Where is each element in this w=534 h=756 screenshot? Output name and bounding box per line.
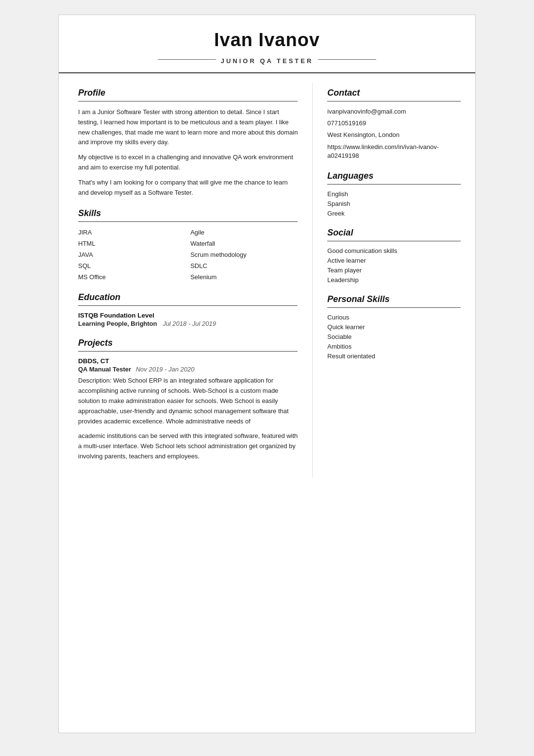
contact-section: Contact ivanpivanovinfo@gmail.com 077105… — [327, 88, 461, 160]
personal-curious: Curious — [327, 314, 461, 321]
lang-greek: Greek — [327, 210, 461, 217]
profile-para-1: I am a Junior Software Tester with stron… — [78, 107, 298, 148]
skill-scrum: Scrum methodology — [190, 250, 298, 259]
header-section: Ivan Ivanov JUNIOR QA TESTER — [59, 15, 475, 73]
projects-title: Projects — [78, 338, 298, 348]
personal-skills-section: Personal Skills Curious Quick learner So… — [327, 294, 461, 360]
skill-sql: SQL — [78, 261, 185, 270]
skill-html: HTML — [78, 239, 185, 248]
skill-waterfall: Waterfall — [190, 239, 298, 248]
lang-english: English — [327, 190, 461, 198]
job-title: JUNIOR QA TESTER — [221, 57, 314, 65]
profile-section: Profile I am a Junior Software Tester wi… — [78, 88, 298, 198]
profile-divider — [78, 101, 298, 101]
skills-grid: JIRA Agile HTML Waterfall JAVA Scrum met… — [78, 228, 298, 282]
skills-title: Skills — [78, 208, 298, 218]
education-school: Learning People, Brighton Jul 2018 - Jul… — [78, 320, 298, 327]
main-content: Profile I am a Junior Software Tester wi… — [59, 73, 475, 487]
skill-java: JAVA — [78, 250, 185, 259]
languages-section: Languages English Spanish Greek — [327, 171, 461, 217]
personal-ambitios: Ambitios — [327, 343, 461, 350]
social-active-learner: Active learner — [327, 257, 461, 264]
candidate-name: Ivan Ivanov — [78, 30, 456, 50]
education-divider — [78, 305, 298, 306]
personal-skills-title: Personal Skills — [327, 294, 461, 304]
social-leadership: Leadership — [327, 276, 461, 284]
education-title: Education — [78, 292, 298, 302]
personal-sociable: Sociable — [327, 333, 461, 340]
profile-title: Profile — [78, 88, 298, 98]
social-team-player: Team player — [327, 267, 461, 274]
contact-email: ivanpivanovinfo@gmail.com — [327, 107, 461, 116]
skill-agile: Agile — [190, 228, 298, 237]
skills-section: Skills JIRA Agile HTML Waterfall JAVA Sc… — [78, 208, 298, 282]
skill-selenium: Selenium — [190, 272, 298, 282]
contact-phone: 07710519169 — [327, 119, 461, 128]
personal-skills-divider — [327, 307, 461, 308]
profile-para-2: My objective is to excel in a challengin… — [78, 152, 298, 173]
projects-divider — [78, 351, 298, 352]
contact-location: West Kensington, London — [327, 131, 461, 139]
education-section: Education ISTQB Foundation Level Learnin… — [78, 292, 298, 327]
contact-divider — [327, 101, 461, 101]
resume-document: Ivan Ivanov JUNIOR QA TESTER Profile I a… — [58, 15, 476, 733]
lang-spanish: Spanish — [327, 200, 461, 207]
skill-sdlc: SDLC — [190, 261, 298, 270]
project-dates: Nov 2019 - Jan 2020 — [136, 366, 195, 373]
personal-quick-learner: Quick learner — [327, 323, 461, 331]
projects-section: Projects DBDS, CT QA Manual Tester Nov 2… — [78, 338, 298, 461]
project-desc-2: academic institutions can be served with… — [78, 431, 298, 461]
skill-msoffice: MS Office — [78, 272, 185, 282]
school-name: Learning People, Brighton — [78, 320, 157, 327]
social-communication: Good comunication skills — [327, 247, 461, 254]
right-column: Contact ivanpivanovinfo@gmail.com 077105… — [312, 83, 475, 477]
social-section: Social Good comunication skills Active l… — [327, 228, 461, 284]
contact-linkedin: https://www.linkedin.com/in/ivan-ivanov-… — [327, 143, 461, 160]
project-role: QA Manual Tester — [78, 366, 131, 373]
project-desc-1: Description: Web School ERP is an integr… — [78, 376, 298, 426]
profile-para-3: That's why I am looking for o company th… — [78, 178, 298, 198]
education-degree: ISTQB Foundation Level — [78, 312, 298, 319]
skill-jira: JIRA — [78, 228, 185, 237]
left-column: Profile I am a Junior Software Tester wi… — [59, 83, 312, 477]
personal-result-orientated: Result orientated — [327, 353, 461, 360]
education-dates: Jul 2018 - Jul 2019 — [163, 320, 216, 327]
languages-title: Languages — [327, 171, 461, 181]
project-role-line: QA Manual Tester Nov 2019 - Jan 2020 — [78, 366, 298, 373]
project-org: DBDS, CT — [78, 357, 298, 365]
contact-title: Contact — [327, 88, 461, 98]
languages-divider — [327, 184, 461, 185]
skills-divider — [78, 221, 298, 222]
social-divider — [327, 241, 461, 241]
social-title: Social — [327, 228, 461, 238]
